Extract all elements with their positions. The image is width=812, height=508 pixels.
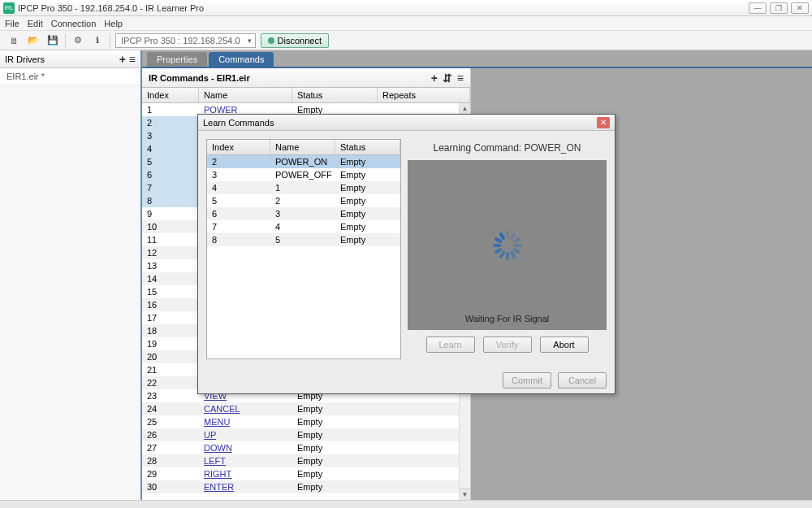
commands-menu-button[interactable]: ≡ (457, 72, 464, 85)
learn-commands-dialog: Learn Commands ✕ Index Name Status 2POWE… (197, 114, 615, 394)
table-row[interactable]: 30ENTEREmpty (142, 480, 470, 493)
waiting-label: Waiting For IR Signal (465, 314, 550, 323)
separator (65, 34, 66, 47)
menu-edit[interactable]: Edit (28, 19, 43, 28)
maximize-button[interactable]: ❐ (770, 2, 788, 14)
learning-command-label: Learning Command: POWER_ON (408, 139, 607, 160)
command-link[interactable]: MENU (204, 417, 230, 427)
save-file-icon[interactable]: 💾 (45, 33, 60, 48)
driver-item[interactable]: EIR1.eir * (0, 68, 140, 85)
learn-command-button[interactable]: ⇵ (443, 72, 452, 85)
col-name[interactable]: Name (199, 88, 292, 102)
statusbar (0, 500, 812, 508)
abort-button[interactable]: Abort (540, 336, 589, 353)
cancel-button: Cancel (558, 372, 607, 389)
dialog-titlebar[interactable]: Learn Commands ✕ (198, 115, 615, 131)
tab-properties[interactable]: Properties (147, 52, 207, 67)
toolbar: 🗎 📂 💾 ⚙ ℹ IPCP Pro 350 : 192.168.254.0 D… (0, 31, 812, 50)
minimize-button[interactable]: — (749, 2, 767, 14)
separator (110, 34, 110, 47)
lt-col-name[interactable]: Name (270, 140, 335, 154)
learn-button: Learn (426, 336, 475, 353)
learn-row[interactable]: 41Empty (207, 181, 400, 194)
info-icon[interactable]: ℹ (90, 33, 105, 48)
add-command-button[interactable]: + (431, 72, 438, 85)
learn-row[interactable]: 85Empty (207, 233, 400, 246)
scroll-down-icon[interactable]: ▼ (460, 488, 470, 500)
disconnect-button[interactable]: Disconnect (261, 33, 329, 48)
table-row[interactable]: 26UPEmpty (142, 428, 470, 441)
tabs: Properties Commands (142, 50, 812, 68)
commit-button: Commit (503, 372, 551, 389)
dialog-close-button[interactable]: ✕ (597, 117, 610, 128)
commands-header: IR Commands - EIR1.eir + ⇵ ≡ (142, 68, 470, 88)
menu-connection[interactable]: Connection (51, 19, 97, 28)
command-link[interactable]: ENTER (204, 482, 234, 492)
learn-row[interactable]: 74Empty (207, 220, 400, 233)
scroll-up-icon[interactable]: ▲ (460, 103, 470, 115)
menu-help[interactable]: Help (104, 19, 123, 28)
drivers-header: IR Drivers + ≡ (0, 50, 140, 68)
table-row[interactable]: 27DOWNEmpty (142, 441, 470, 454)
dialog-title: Learn Commands (203, 118, 274, 128)
verify-button: Verify (483, 336, 532, 353)
col-status[interactable]: Status (292, 88, 378, 102)
command-link[interactable]: DOWN (204, 443, 232, 453)
table-row[interactable]: 28LEFTEmpty (142, 454, 470, 467)
new-file-icon[interactable]: 🗎 (6, 33, 21, 48)
drivers-menu-button[interactable]: ≡ (129, 53, 136, 66)
learn-row[interactable]: 3POWER_OFFEmpty (207, 168, 400, 181)
command-link[interactable]: CANCEL (204, 404, 240, 414)
learning-canvas: Waiting For IR Signal (408, 160, 607, 330)
settings-icon[interactable]: ⚙ (71, 33, 85, 48)
learn-table: Index Name Status 2POWER_ONEmpty3POWER_O… (206, 139, 401, 359)
learn-row[interactable]: 2POWER_ONEmpty (207, 155, 400, 168)
col-index[interactable]: Index (142, 88, 199, 102)
drivers-title: IR Drivers (5, 54, 45, 64)
app-icon: IRL (3, 2, 15, 14)
commands-title-file: EIR1.eir (217, 73, 250, 83)
learn-row[interactable]: 63Empty (207, 207, 400, 220)
status-dot-icon (268, 37, 274, 44)
lt-col-status[interactable]: Status (335, 140, 400, 154)
window-title: IPCP Pro 350 - 192.168.254.0 - IR Learne… (18, 3, 204, 13)
learn-table-header: Index Name Status (207, 140, 400, 155)
command-link[interactable]: LEFT (204, 456, 226, 466)
table-row[interactable]: 29RIGHTEmpty (142, 467, 470, 480)
table-row[interactable]: 25MENUEmpty (142, 415, 470, 428)
open-file-icon[interactable]: 📂 (26, 33, 41, 48)
tab-commands[interactable]: Commands (209, 52, 274, 67)
close-button[interactable]: ✕ (791, 2, 809, 14)
command-link[interactable]: UP (204, 430, 216, 440)
drivers-panel: IR Drivers + ≡ EIR1.eir * (0, 50, 142, 500)
learn-row[interactable]: 52Empty (207, 194, 400, 207)
commands-title-prefix: IR Commands - (149, 73, 217, 83)
menu-file[interactable]: File (5, 19, 19, 28)
commands-grid-header: Index Name Status Repeats (142, 88, 470, 103)
spinner-icon (493, 231, 522, 260)
device-select[interactable]: IPCP Pro 350 : 192.168.254.0 (115, 33, 256, 48)
table-row[interactable]: 24CANCELEmpty (142, 402, 470, 415)
lt-col-index[interactable]: Index (207, 140, 270, 154)
menubar: File Edit Connection Help (0, 16, 812, 31)
col-repeats[interactable]: Repeats (378, 88, 470, 102)
command-link[interactable]: RIGHT (204, 469, 231, 479)
add-driver-button[interactable]: + (119, 53, 126, 66)
titlebar: IRL IPCP Pro 350 - 192.168.254.0 - IR Le… (0, 0, 812, 16)
